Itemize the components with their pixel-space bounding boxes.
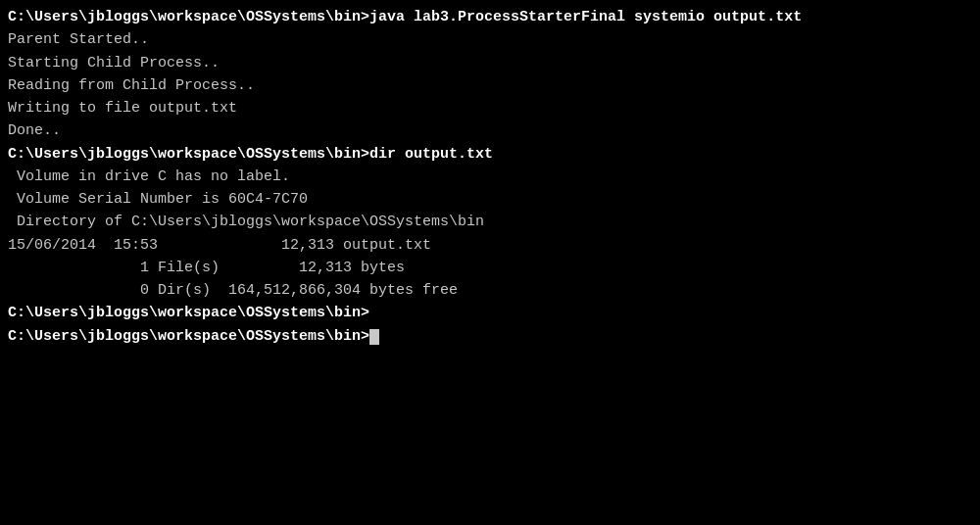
terminal-line-filecount: 1 File(s) 12,313 bytes xyxy=(8,257,972,279)
terminal-line-volume1: Volume in drive C has no label. xyxy=(8,166,972,188)
terminal-line-dircount: 0 Dir(s) 164,512,866,304 bytes free xyxy=(8,279,972,302)
terminal-line-cmd4: C:\Users\jbloggs\workspace\OSSystems\bin… xyxy=(8,325,972,348)
terminal-cursor xyxy=(369,329,379,345)
terminal-line-volume2: Volume Serial Number is 60C4-7C70 xyxy=(8,188,972,211)
terminal-line-starting: Starting Child Process.. xyxy=(8,52,972,74)
terminal-window: C:\Users\jbloggs\workspace\OSSystems\bin… xyxy=(8,6,972,348)
terminal-line-parent: Parent Started.. xyxy=(8,28,972,51)
terminal-line-directory: Directory of C:\Users\jbloggs\workspace\… xyxy=(8,211,972,233)
terminal-line-done: Done.. xyxy=(8,119,972,142)
terminal-line-cmd1: C:\Users\jbloggs\workspace\OSSystems\bin… xyxy=(8,6,972,28)
terminal-line-cmd2: C:\Users\jbloggs\workspace\OSSystems\bin… xyxy=(8,143,972,166)
terminal-line-fileinfo: 15/06/2014 15:53 12,313 output.txt xyxy=(8,234,972,257)
terminal-line-writing: Writing to file output.txt xyxy=(8,97,972,119)
terminal-line-reading: Reading from Child Process.. xyxy=(8,74,972,97)
terminal-line-cmd3: C:\Users\jbloggs\workspace\OSSystems\bin… xyxy=(8,302,972,324)
